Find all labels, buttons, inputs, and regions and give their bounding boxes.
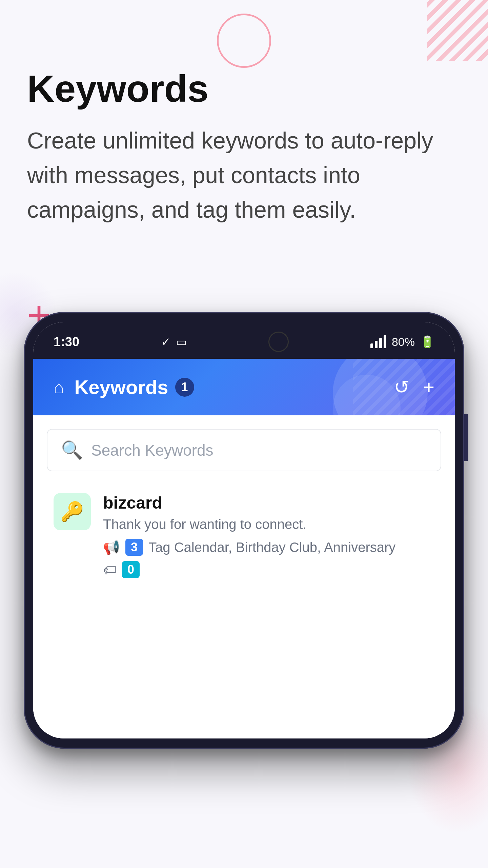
phone-frame: 1:30 ✓ ▭ 80% 🔋 <box>24 312 464 749</box>
keyword-content: bizcard Thank you for wanting to connect… <box>103 493 434 578</box>
tag-count-badge: 0 <box>122 561 140 578</box>
tablet-icon: ▭ <box>176 335 187 349</box>
status-right: 80% 🔋 <box>370 335 434 349</box>
keyword-tags-row: 🏷 0 <box>103 561 434 578</box>
header-badge: 1 <box>175 378 194 397</box>
keyword-campaigns-row: 📢 3 Tag Calendar, Birthday Club, Anniver… <box>103 539 434 556</box>
header-title: Keywords <box>74 376 168 398</box>
phone-screen: 1:30 ✓ ▭ 80% 🔋 <box>33 322 455 738</box>
status-bar: 1:30 ✓ ▭ 80% 🔋 <box>33 322 455 359</box>
status-time: 1:30 <box>54 335 79 349</box>
keyword-reply: Thank you for wanting to connect. <box>103 517 434 532</box>
header-left: ⌂ Keywords 1 <box>54 376 194 398</box>
signal-bar-4 <box>384 335 386 348</box>
signal-bar-1 <box>370 343 373 348</box>
tag-icon: 🏷 <box>103 562 117 577</box>
camera-notch <box>268 332 289 352</box>
megaphone-icon: 📢 <box>103 539 120 555</box>
refresh-button[interactable]: ↺ <box>394 376 410 398</box>
check-circle-icon: ✓ <box>161 335 170 349</box>
phone-mockup: 1:30 ✓ ▭ 80% 🔋 <box>24 312 464 749</box>
empty-content-area <box>47 589 441 725</box>
page-title: Keywords <box>27 68 461 110</box>
page-description: Create unlimited keywords to auto-reply … <box>27 123 461 227</box>
search-icon: 🔍 <box>61 440 83 460</box>
status-left: 1:30 <box>54 335 79 349</box>
campaign-list: Tag Calendar, Birthday Club, Anniversary <box>148 540 395 555</box>
signal-bar-3 <box>379 338 382 348</box>
app-header: ⌂ Keywords 1 ↺ + <box>33 359 455 415</box>
key-icon: 🔑 <box>60 500 84 523</box>
keyword-list-item[interactable]: 🔑 bizcard Thank you for wanting to conne… <box>47 482 441 589</box>
search-bar[interactable]: 🔍 Search Keywords <box>47 429 441 471</box>
keyword-name: bizcard <box>103 493 434 513</box>
header-actions: ↺ + <box>394 376 434 398</box>
battery-icon: 🔋 <box>420 335 434 349</box>
home-icon[interactable]: ⌂ <box>54 377 64 397</box>
signal-bars <box>370 335 386 348</box>
signal-bar-2 <box>375 341 378 348</box>
keyword-icon-wrapper: 🔑 <box>54 493 91 530</box>
campaign-count-badge: 3 <box>125 539 143 556</box>
battery-percent: 80% <box>392 335 415 349</box>
header-title-wrapper: Keywords 1 <box>74 376 194 398</box>
add-keyword-button[interactable]: + <box>423 376 434 398</box>
status-icons-left: ✓ ▭ <box>161 335 187 349</box>
search-input[interactable]: Search Keywords <box>91 441 214 459</box>
app-body: 🔍 Search Keywords 🔑 bizcard Thank you fo… <box>33 415 455 738</box>
